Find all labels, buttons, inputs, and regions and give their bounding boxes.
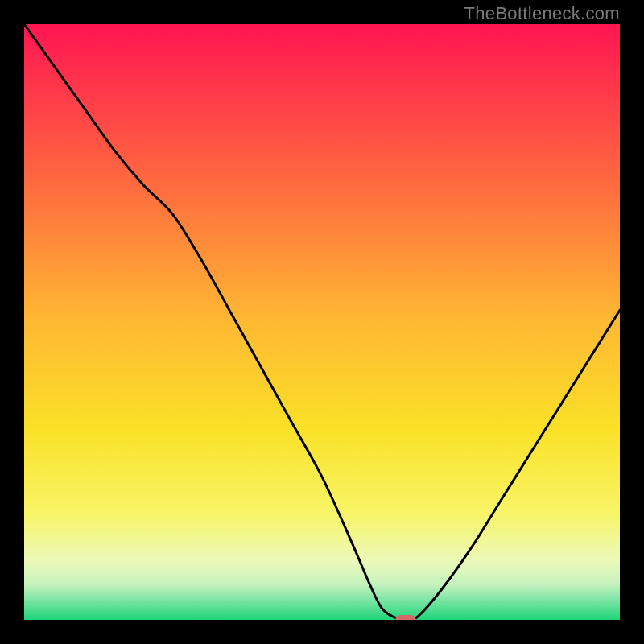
chart-frame: TheBottleneck.com (0, 0, 644, 644)
optimum-marker (395, 615, 416, 620)
plot-area (24, 24, 620, 620)
watermark-label: TheBottleneck.com (464, 3, 620, 24)
bottleneck-curve (24, 24, 620, 620)
